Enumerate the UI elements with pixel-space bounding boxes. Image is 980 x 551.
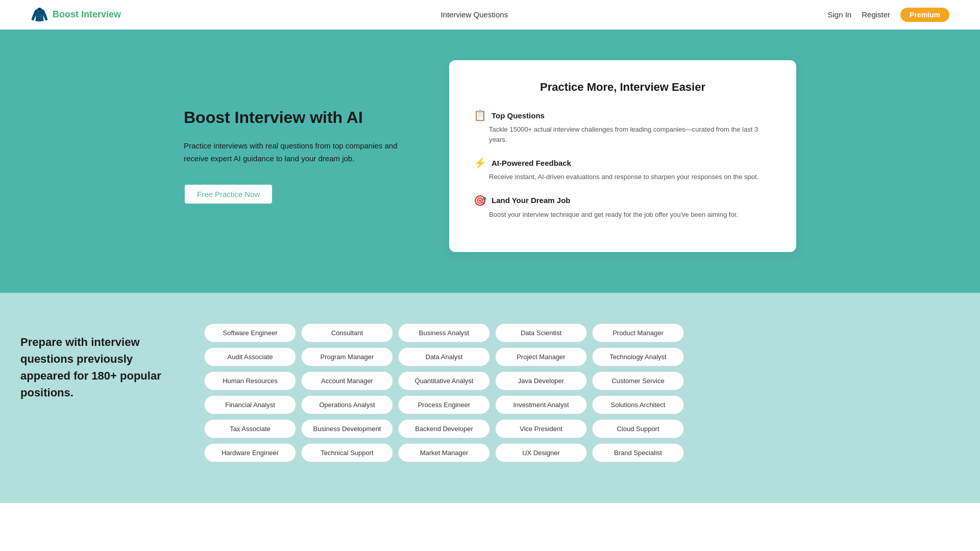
position-button[interactable]: Hardware Engineer — [204, 443, 296, 462]
position-button[interactable]: Business Analyst — [398, 323, 490, 342]
register-link[interactable]: Register — [862, 10, 890, 19]
position-button[interactable]: Tax Associate — [204, 419, 296, 438]
position-button[interactable]: Process Engineer — [398, 395, 490, 414]
position-button[interactable]: Quantitative Analyst — [398, 371, 490, 390]
free-practice-button[interactable]: Free Practice Now — [184, 184, 273, 205]
feature-dream-job: 🎯 Land Your Dream Job Boost your intervi… — [474, 194, 772, 220]
position-button[interactable]: Investment Analyst — [495, 395, 587, 414]
premium-button[interactable]: Premium — [900, 8, 949, 22]
position-button[interactable]: Operations Analyst — [301, 395, 393, 414]
position-button[interactable]: Technical Support — [301, 443, 393, 462]
position-button[interactable]: Project Manager — [495, 347, 587, 366]
position-button[interactable]: Java Developer — [495, 371, 587, 390]
top-questions-desc: Tackle 15000+ actual interview challenge… — [474, 124, 772, 144]
position-button[interactable]: Customer Service — [592, 371, 684, 390]
dream-job-label: Land Your Dream Job — [492, 196, 570, 205]
sign-in-link[interactable]: Sign In — [828, 10, 852, 19]
position-button[interactable]: Brand Specialist — [592, 443, 684, 462]
hero-left: Boost Interview with AI Practice intervi… — [184, 108, 408, 205]
position-button[interactable]: Business Development — [301, 419, 393, 438]
hero-description: Practice interviews with real questions … — [184, 139, 408, 165]
nav-center: Interview Questions — [440, 10, 508, 19]
nav-right: Sign In Register Premium — [828, 8, 949, 22]
navbar: 🧥 Boost Interview Interview Questions Si… — [0, 0, 980, 30]
hero-card: Practice More, Interview Easier 📋 Top Qu… — [449, 60, 796, 252]
position-button[interactable]: UX Designer — [495, 443, 587, 462]
logo-icon: 🧥 — [31, 6, 48, 23]
position-button[interactable]: Product Manager — [592, 323, 684, 342]
feature-top-questions: 📋 Top Questions Tackle 15000+ actual int… — [474, 109, 772, 144]
position-button[interactable]: Consultant — [301, 323, 393, 342]
position-button[interactable]: Software Engineer — [204, 323, 296, 342]
ai-feedback-icon: ⚡ — [474, 157, 486, 169]
position-button[interactable]: Account Manager — [301, 371, 393, 390]
hero-section: Boost Interview with AI Practice intervi… — [0, 30, 980, 293]
ai-feedback-label: AI-Powered Feedback — [492, 159, 571, 167]
position-button[interactable]: Backend Developer — [398, 419, 490, 438]
position-button[interactable]: Audit Associate — [204, 347, 296, 366]
logo-link[interactable]: 🧥 Boost Interview — [31, 6, 121, 23]
top-questions-icon: 📋 — [474, 109, 486, 121]
positions-grid: Software EngineerConsultantBusiness Anal… — [204, 323, 960, 462]
position-button[interactable]: Technology Analyst — [592, 347, 684, 366]
position-button[interactable]: Market Manager — [398, 443, 490, 462]
positions-title: Prepare with interview questions previou… — [20, 334, 174, 401]
position-button[interactable]: Vice President — [495, 419, 587, 438]
ai-feedback-desc: Receive instant, AI-driven evaluations a… — [474, 172, 772, 182]
dream-job-icon: 🎯 — [474, 194, 486, 207]
feature-ai-feedback: ⚡ AI-Powered Feedback Receive instant, A… — [474, 157, 772, 182]
logo-text: Boost Interview — [53, 9, 121, 20]
position-button[interactable]: Solutions Architect — [592, 395, 684, 414]
position-button[interactable]: Cloud Support — [592, 419, 684, 438]
position-button[interactable]: Data Analyst — [398, 347, 490, 366]
top-questions-label: Top Questions — [492, 111, 545, 120]
positions-left: Prepare with interview questions previou… — [20, 323, 174, 401]
interview-questions-link[interactable]: Interview Questions — [440, 10, 508, 19]
dream-job-desc: Boost your interview technique and get r… — [474, 210, 772, 220]
card-title: Practice More, Interview Easier — [474, 81, 772, 94]
positions-section: Prepare with interview questions previou… — [0, 293, 980, 503]
hero-title: Boost Interview with AI — [184, 108, 408, 127]
position-button[interactable]: Human Resources — [204, 371, 296, 390]
position-button[interactable]: Program Manager — [301, 347, 393, 366]
position-button[interactable]: Financial Analyst — [204, 395, 296, 414]
position-button[interactable]: Data Scientist — [495, 323, 587, 342]
